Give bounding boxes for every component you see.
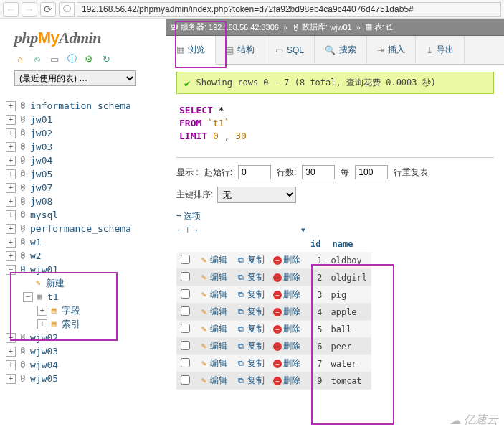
tab-导出[interactable]: ⤓导出 <box>416 36 465 64</box>
expand-icon[interactable]: + <box>37 306 47 316</box>
logout-icon[interactable]: ⎋ <box>32 53 43 65</box>
copy-link[interactable]: ⧉复制 <box>236 288 265 301</box>
options-link[interactable]: + 选项 <box>176 210 494 222</box>
tree-db-jw01[interactable]: +🛢jw01 <box>6 113 161 126</box>
copy-link[interactable]: ⧉复制 <box>236 323 265 335</box>
copy-link[interactable]: ⧉复制 <box>236 306 265 318</box>
edit-link[interactable]: ✎编辑 <box>199 340 227 352</box>
row-checkbox[interactable] <box>181 255 190 264</box>
tree-db-jw05[interactable]: +🛢jw05 <box>6 167 161 181</box>
row-checkbox[interactable] <box>181 358 190 367</box>
row-checkbox[interactable] <box>181 375 190 385</box>
col-name[interactable]: name <box>326 236 371 252</box>
tree-db-jw03[interactable]: +🛢jw03 <box>6 140 161 154</box>
back-button[interactable]: ← <box>3 2 19 17</box>
expand-icon[interactable]: + <box>6 333 16 343</box>
tree-db-w2[interactable]: +🛢w2 <box>6 249 161 263</box>
expand-icon[interactable]: + <box>6 251 16 261</box>
row-checkbox[interactable] <box>181 289 190 299</box>
copy-link[interactable]: ⧉复制 <box>236 357 265 370</box>
collapse-icon[interactable]: − <box>23 292 33 302</box>
home-icon[interactable]: ⌂ <box>14 53 26 65</box>
col-id[interactable]: id <box>305 236 326 252</box>
edit-link[interactable]: ✎编辑 <box>199 254 227 266</box>
expand-icon[interactable]: + <box>6 210 16 220</box>
tree-db-wjw02[interactable]: +🛢wjw02 <box>6 331 161 344</box>
expand-icon[interactable]: + <box>6 347 16 357</box>
settings-icon[interactable]: ⚙ <box>83 53 95 65</box>
tree-db-information_schema[interactable]: +🛢information_schema <box>6 99 161 113</box>
delete-link[interactable]: −删除 <box>273 271 300 283</box>
site-info-icon[interactable]: ⓘ <box>59 2 75 17</box>
expand-icon[interactable]: + <box>6 156 16 166</box>
copy-link[interactable]: ⧉复制 <box>236 271 265 283</box>
tree-db-wjw01[interactable]: −🛢wjw01 <box>6 263 161 276</box>
repeat-input[interactable] <box>355 165 388 179</box>
recent-tables-select[interactable]: (最近使用的表) … <box>14 70 136 86</box>
sql-icon[interactable]: ▭ <box>49 53 60 65</box>
expand-icon[interactable]: + <box>6 360 16 370</box>
expand-icon[interactable]: + <box>6 374 16 384</box>
row-checkbox[interactable] <box>181 272 190 281</box>
delete-link[interactable]: −删除 <box>273 375 300 387</box>
tab-插入[interactable]: ⇥插入 <box>367 36 416 64</box>
expand-icon[interactable]: + <box>6 197 16 207</box>
row-checkbox[interactable] <box>181 341 190 350</box>
tree-db-jw04[interactable]: +🛢jw04 <box>6 154 161 167</box>
tab-浏览[interactable]: ▦浏览 <box>166 36 216 65</box>
delete-link[interactable]: −删除 <box>273 306 300 318</box>
edit-link[interactable]: ✎编辑 <box>199 306 227 318</box>
start-row-input[interactable] <box>238 165 271 179</box>
delete-link[interactable]: −删除 <box>273 340 300 352</box>
row-checkbox[interactable] <box>181 306 190 316</box>
expand-icon[interactable]: + <box>37 319 47 329</box>
expand-icon[interactable]: + <box>6 101 16 111</box>
tree-db-wjw03[interactable]: +🛢wjw03 <box>6 344 161 358</box>
server-value[interactable]: 192.168.56.42:3306 <box>209 23 279 32</box>
expand-icon[interactable]: + <box>6 115 16 125</box>
column-sort-header[interactable]: ←⊤→ ▾ <box>176 225 494 235</box>
rows-input[interactable] <box>302 165 335 179</box>
edit-link[interactable]: ✎编辑 <box>199 375 227 387</box>
db-value[interactable]: wjw01 <box>330 23 352 32</box>
expand-icon[interactable]: + <box>6 238 16 248</box>
tree-db-wjw04[interactable]: +🛢wjw04 <box>6 358 161 372</box>
tree-db-jw02[interactable]: +🛢jw02 <box>6 126 161 140</box>
tree-new[interactable]: ✎新建 <box>23 276 161 290</box>
expand-icon[interactable]: + <box>6 224 16 234</box>
url-bar[interactable]: 192.168.56.42/phpmyadmin/index.php?token… <box>77 2 501 17</box>
delete-link[interactable]: −删除 <box>273 323 300 335</box>
copy-link[interactable]: ⧉复制 <box>236 340 265 352</box>
pk-select[interactable]: 无 <box>217 187 296 203</box>
tree-db-jw07[interactable]: +🛢jw07 <box>6 181 161 194</box>
tree-index[interactable]: +▤索引 <box>37 317 161 331</box>
reload-tree-icon[interactable]: ↻ <box>100 53 112 65</box>
expand-icon[interactable]: + <box>6 128 16 138</box>
tree-columns[interactable]: +▤字段 <box>37 304 161 317</box>
edit-link[interactable]: ✎编辑 <box>199 271 227 283</box>
collapse-icon[interactable]: − <box>6 265 16 275</box>
tree-db-wjw05[interactable]: +🛢wjw05 <box>6 372 161 385</box>
forward-button[interactable]: → <box>22 2 37 17</box>
tab-SQL[interactable]: ▭SQL <box>265 36 315 64</box>
tab-搜索[interactable]: 🔍搜索 <box>315 36 367 64</box>
edit-link[interactable]: ✎编辑 <box>199 323 227 335</box>
copy-link[interactable]: ⧉复制 <box>236 375 265 387</box>
edit-link[interactable]: ✎编辑 <box>199 288 227 301</box>
tbl-value[interactable]: t1 <box>386 23 393 32</box>
tree-db-jw08[interactable]: +🛢jw08 <box>6 194 161 208</box>
reload-button[interactable]: ⟳ <box>40 2 56 17</box>
docs-icon[interactable]: ⓘ <box>66 53 77 65</box>
copy-link[interactable]: ⧉复制 <box>236 254 265 266</box>
delete-link[interactable]: −删除 <box>273 357 300 370</box>
tab-结构[interactable]: ▤结构 <box>216 36 265 64</box>
tree-db-performance_schema[interactable]: +🛢performance_schema <box>6 222 161 235</box>
delete-link[interactable]: −删除 <box>273 288 300 301</box>
expand-icon[interactable]: + <box>6 142 16 152</box>
tree-table-t1[interactable]: −▦t1 <box>23 290 161 304</box>
row-checkbox[interactable] <box>181 324 190 333</box>
expand-icon[interactable]: + <box>6 183 16 193</box>
delete-link[interactable]: −删除 <box>273 254 300 266</box>
edit-link[interactable]: ✎编辑 <box>199 357 227 370</box>
tree-db-w1[interactable]: +🛢w1 <box>6 235 161 249</box>
